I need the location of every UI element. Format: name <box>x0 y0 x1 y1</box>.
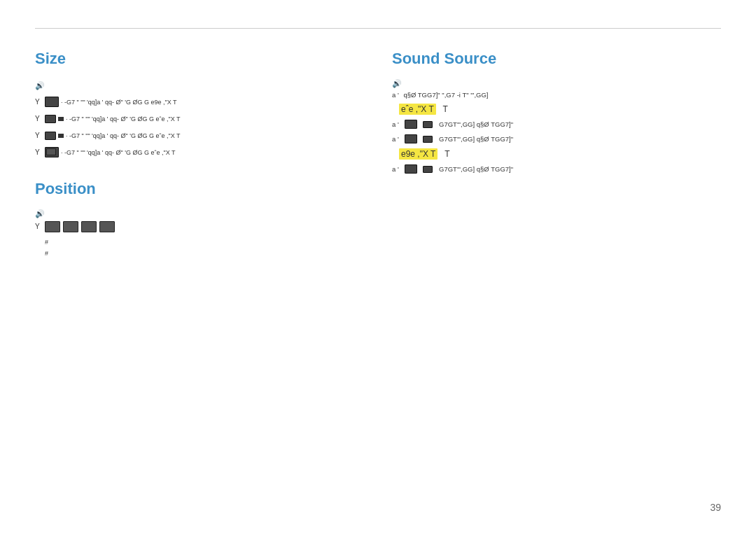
size-speaker-icon: 🔊 <box>35 79 364 93</box>
sound-row-1-highlight: eˆe ,"X T T <box>392 104 721 114</box>
icon-sound-3a <box>405 134 417 143</box>
size-row-3-text: · -G7 " "" 'qq]a ' qq- Ø" 'G ØG G eˆe ,"… <box>66 130 181 141</box>
sound-source-title: Sound Source <box>392 50 721 68</box>
icon-sound-3b <box>423 136 433 143</box>
icon-medium-screen-3 <box>45 132 56 140</box>
position-label: Y <box>35 223 42 230</box>
pos-icon-2 <box>63 221 78 232</box>
icon-sub-2 <box>58 117 64 121</box>
main-content: Size 🔊 Y · -G7 " "" 'qq]a ' qq- Ø" 'G ØG… <box>35 50 721 259</box>
size-title: Size <box>35 50 364 68</box>
sound-source-column: Sound Source 🔊 a ' q§Ø TGG7]" ",G7 -i T"… <box>378 50 721 259</box>
size-row-2: Y · -G7 " "" 'qq]a ' qq- Ø" 'G ØG G eˆe … <box>35 113 364 125</box>
pos-icon-3 <box>81 221 97 232</box>
icon-sound-4a <box>405 164 417 174</box>
icon-large-screen-1 <box>45 97 59 107</box>
sound-row-1: a ' q§Ø TGG7]" ",G7 -i T" "',GG] <box>392 91 721 99</box>
highlight-3: e9e ,"X T <box>399 148 438 160</box>
icon-medium-screen-2 <box>45 115 56 123</box>
position-row: Y <box>35 221 364 232</box>
sound-row-2: a ' G7GT"',GG] q§Ø TGG7]" <box>392 120 721 129</box>
top-divider <box>35 28 721 29</box>
icon-sound-4b <box>423 166 433 173</box>
position-section: Position 🔊 Y # # <box>35 180 364 259</box>
size-row-2-text: · -G7 " "" 'qq]a ' qq- Ø" 'G ØG G eˆe ,"… <box>66 113 181 125</box>
position-title: Position <box>35 180 364 198</box>
icon-sound-2b <box>423 121 433 128</box>
sound-speaker-icon: 🔊 <box>392 79 721 88</box>
size-row-4-text: · -G7 " "" 'qq]a ' qq- Ø" 'G ØG G eˆe ,"… <box>61 147 176 158</box>
position-speaker-icon: 🔊 <box>35 209 364 218</box>
icon-sound-2a <box>405 120 417 129</box>
pos-icon-4 <box>99 221 115 232</box>
size-row-4: Y · -G7 " "" 'qq]a ' qq- Ø" 'G ØG G eˆe … <box>35 146 364 159</box>
size-row-3: Y · -G7 " "" 'qq]a ' qq- Ø" 'G ØG G eˆe … <box>35 129 364 142</box>
row-label-3: Y <box>35 129 42 142</box>
sound-row-4: a ' G7GT"',GG] q§Ø TGG7]" <box>392 164 721 174</box>
position-icons-group <box>45 221 115 232</box>
position-sub-text: # # <box>35 237 364 259</box>
icon-sub-3 <box>58 134 64 138</box>
size-content: 🔊 Y · -G7 " "" 'qq]a ' qq- Ø" 'G ØG G e9… <box>35 79 364 159</box>
size-column: Size 🔊 Y · -G7 " "" 'qq]a ' qq- Ø" 'G ØG… <box>35 50 378 259</box>
highlight-1: eˆe ,"X T <box>399 104 436 115</box>
row-label-4: Y <box>35 146 42 159</box>
size-row-1-text: · -G7 " "" 'qq]a ' qq- Ø" 'G ØG G e9e ,"… <box>61 97 177 108</box>
sound-row-3-highlight: e9e ,"X T T <box>392 149 721 159</box>
page-number: 39 <box>710 502 721 513</box>
pos-icon-1 <box>45 221 60 232</box>
row-label-2: Y <box>35 113 42 125</box>
sound-row-3: a ' G7GT"',GG] q§Ø TGG7]" <box>392 134 721 143</box>
icon-small-screen-4 <box>45 147 59 157</box>
row-label-1: Y <box>35 96 42 108</box>
page-container: Size 🔊 Y · -G7 " "" 'qq]a ' qq- Ø" 'G ØG… <box>0 0 756 287</box>
size-row-1: Y · -G7 " "" 'qq]a ' qq- Ø" 'G ØG G e9e … <box>35 96 364 108</box>
